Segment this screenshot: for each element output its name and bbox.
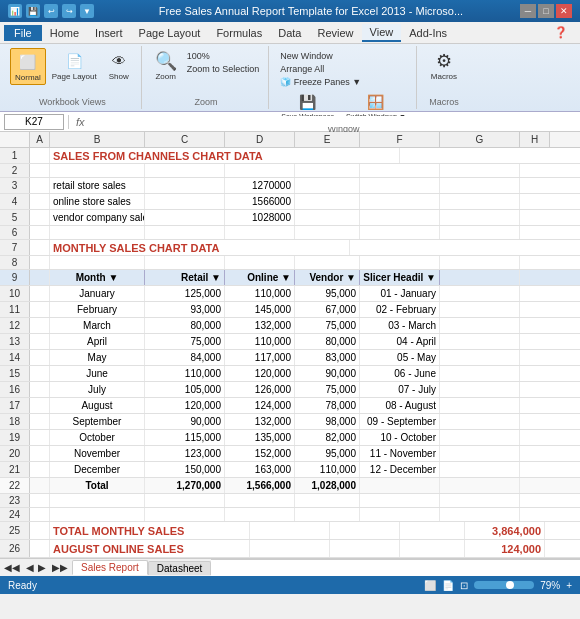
menu-file[interactable]: File	[4, 25, 42, 41]
cell-vendor[interactable]: 98,000	[295, 414, 360, 429]
redo-icon[interactable]: ↪	[62, 4, 76, 18]
cell-slicer[interactable]: 09 - September	[360, 414, 440, 429]
cell-slicer[interactable]: 08 - August	[360, 398, 440, 413]
tab-sales-report[interactable]: Sales Report	[72, 560, 148, 575]
show-button[interactable]: 👁 Show	[103, 48, 135, 83]
cell-august-label[interactable]: AUGUST ONLINE SALES	[50, 540, 250, 557]
cell-month[interactable]: September	[50, 414, 145, 429]
cell-retail[interactable]: 80,000	[145, 318, 225, 333]
cell-retail[interactable]: 123,000	[145, 446, 225, 461]
formula-input[interactable]	[92, 116, 576, 127]
cell-b1[interactable]: SALES FROM CHANNELS CHART DATA	[50, 148, 400, 163]
save-icon[interactable]: 💾	[26, 4, 40, 18]
cell-slicer[interactable]: 02 - February	[360, 302, 440, 317]
cell-total-monthly-value[interactable]: 3,864,000	[465, 522, 545, 539]
scroll-right[interactable]: ▶	[36, 562, 48, 573]
scroll-right-arrow[interactable]: ▶▶	[48, 562, 72, 573]
scroll-left-arrow[interactable]: ◀◀	[0, 562, 24, 573]
cell-online[interactable]: 145,000	[225, 302, 295, 317]
menu-page-layout[interactable]: Page Layout	[131, 25, 209, 41]
cell-vendor[interactable]: 75,000	[295, 382, 360, 397]
header-online[interactable]: Online ▼	[225, 270, 295, 285]
cell-retail[interactable]: 125,000	[145, 286, 225, 301]
cell-online[interactable]: 132,000	[225, 318, 295, 333]
scroll-left[interactable]: ◀	[24, 562, 36, 573]
cell-b4[interactable]: online store sales	[50, 194, 145, 209]
close-button[interactable]: ✕	[556, 4, 572, 18]
cell-slicer[interactable]: 11 - November	[360, 446, 440, 461]
menu-addins[interactable]: Add-Ins	[401, 25, 455, 41]
name-box[interactable]	[4, 114, 64, 130]
cell-slicer[interactable]: 04 - April	[360, 334, 440, 349]
new-window-button[interactable]: New Window	[277, 50, 410, 62]
cell-month[interactable]: February	[50, 302, 145, 317]
cell-online[interactable]: 152,000	[225, 446, 295, 461]
cell-total-vendor[interactable]: 1,028,000	[295, 478, 360, 493]
arrange-all-button[interactable]: Arrange All	[277, 63, 410, 75]
cell-b5[interactable]: vendor company sales	[50, 210, 145, 225]
cell-slicer[interactable]: 03 - March	[360, 318, 440, 333]
selection-icon[interactable]: ⊡	[460, 580, 468, 591]
menu-insert[interactable]: Insert	[87, 25, 131, 41]
cell-slicer[interactable]: 01 - January	[360, 286, 440, 301]
cell-online[interactable]: 135,000	[225, 430, 295, 445]
cell-slicer[interactable]: 06 - June	[360, 366, 440, 381]
cell-online[interactable]: 126,000	[225, 382, 295, 397]
zoom-in-button[interactable]: +	[566, 580, 572, 591]
cell-online[interactable]: 120,000	[225, 366, 295, 381]
cell-online[interactable]: 110,000	[225, 286, 295, 301]
cell-online[interactable]: 132,000	[225, 414, 295, 429]
cell-vendor[interactable]: 67,000	[295, 302, 360, 317]
cell-vendor[interactable]: 90,000	[295, 366, 360, 381]
cell-b3[interactable]: retail store sales	[50, 178, 145, 193]
cell-d5[interactable]: 1028000	[225, 210, 295, 225]
help-icon[interactable]: ❓	[546, 24, 576, 41]
cell-b7[interactable]: MONTHLY SALES CHART DATA	[50, 240, 350, 255]
zoom-button[interactable]: 🔍 Zoom	[150, 48, 182, 83]
cell-retail[interactable]: 110,000	[145, 366, 225, 381]
maximize-button[interactable]: □	[538, 4, 554, 18]
dropdown-icon[interactable]: ▼	[80, 4, 94, 18]
menu-view[interactable]: View	[362, 24, 402, 42]
cell-online[interactable]: 124,000	[225, 398, 295, 413]
header-vendor[interactable]: Vendor ▼	[295, 270, 360, 285]
header-retail[interactable]: Retail ▼	[145, 270, 225, 285]
cell-retail[interactable]: 120,000	[145, 398, 225, 413]
cell-vendor[interactable]: 95,000	[295, 446, 360, 461]
zoom-to-selection-button[interactable]: Zoom to Selection	[184, 63, 263, 75]
normal-layout-icon[interactable]: ⬜	[424, 580, 436, 591]
cell-month[interactable]: April	[50, 334, 145, 349]
cell-month[interactable]: May	[50, 350, 145, 365]
menu-formulas[interactable]: Formulas	[208, 25, 270, 41]
header-month[interactable]: Month ▼	[50, 270, 145, 285]
cell-august-value[interactable]: 124,000	[465, 540, 545, 557]
menu-review[interactable]: Review	[309, 25, 361, 41]
cell-retail[interactable]: 150,000	[145, 462, 225, 477]
cell-retail[interactable]: 115,000	[145, 430, 225, 445]
cell-month[interactable]: January	[50, 286, 145, 301]
macros-button[interactable]: ⚙ Macros	[427, 48, 461, 83]
cell-month[interactable]: October	[50, 430, 145, 445]
cell-total-label[interactable]: Total	[50, 478, 145, 493]
cell-slicer[interactable]: 12 - December	[360, 462, 440, 477]
cell-vendor[interactable]: 95,000	[295, 286, 360, 301]
cell-vendor[interactable]: 82,000	[295, 430, 360, 445]
cell-retail[interactable]: 75,000	[145, 334, 225, 349]
page-layout-icon[interactable]: 📄	[442, 580, 454, 591]
cell-retail[interactable]: 90,000	[145, 414, 225, 429]
freeze-panes-button[interactable]: 🧊 Freeze Panes ▼	[277, 76, 410, 88]
cell-online[interactable]: 163,000	[225, 462, 295, 477]
undo-icon[interactable]: ↩	[44, 4, 58, 18]
cell-month[interactable]: November	[50, 446, 145, 461]
cell-online[interactable]: 117,000	[225, 350, 295, 365]
cell-total-online[interactable]: 1,566,000	[225, 478, 295, 493]
cell-slicer[interactable]: 07 - July	[360, 382, 440, 397]
cell-online[interactable]: 110,000	[225, 334, 295, 349]
tab-datasheet[interactable]: Datasheet	[148, 561, 212, 575]
menu-home[interactable]: Home	[42, 25, 87, 41]
cell-vendor[interactable]: 75,000	[295, 318, 360, 333]
cell-vendor[interactable]: 83,000	[295, 350, 360, 365]
normal-view-button[interactable]: ⬜ Normal	[10, 48, 46, 85]
cell-retail[interactable]: 84,000	[145, 350, 225, 365]
cell-vendor[interactable]: 80,000	[295, 334, 360, 349]
